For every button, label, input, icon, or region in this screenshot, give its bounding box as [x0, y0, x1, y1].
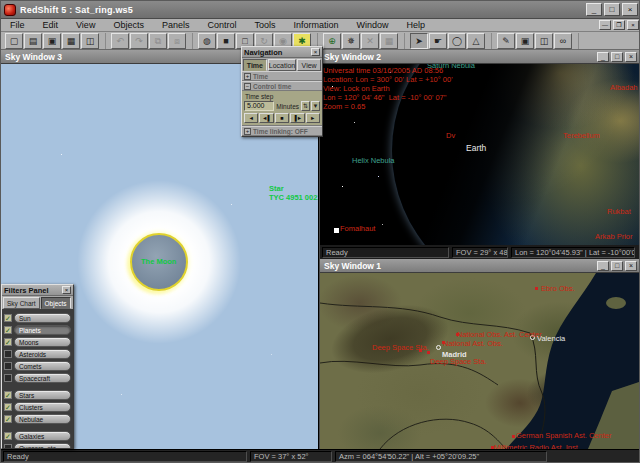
nebulae-filter-button[interactable]: Nebulae [14, 414, 71, 424]
maximize-button[interactable]: □ [604, 3, 620, 16]
sky-window-1-maximize-button[interactable]: □ [611, 261, 623, 271]
time-step-unit[interactable]: Minutes [275, 103, 300, 110]
charts-icon[interactable]: ▦ [380, 33, 398, 49]
menu-file[interactable]: File [1, 19, 34, 32]
menu-objects[interactable]: Objects [104, 19, 153, 32]
delete-object-icon[interactable]: ✕ [361, 33, 379, 49]
clusters-filter-button[interactable]: Clusters [14, 402, 71, 412]
collapse-control-time-icon[interactable]: − [244, 83, 251, 90]
earth-globe[interactable] [392, 64, 640, 245]
sky-window-1-minimize-button[interactable]: _ [597, 261, 609, 271]
planets-filter-button[interactable]: Planets [14, 325, 71, 335]
stars-filter-button[interactable]: Stars [14, 390, 71, 400]
zoom-tool-icon[interactable]: ◯ [448, 33, 466, 49]
menu-information[interactable]: Information [284, 19, 347, 32]
glasses-3d-icon[interactable]: ∞ [554, 33, 572, 49]
filters-panel-close-icon[interactable]: × [62, 286, 71, 294]
asteroids-filter-button[interactable]: Asteroids [14, 349, 71, 359]
stop-button[interactable]: ■ [275, 113, 289, 123]
select-arrow-icon[interactable]: ➤ [410, 33, 428, 49]
fov-cone-icon[interactable]: △ [467, 33, 485, 49]
planets-checkbox[interactable]: ✓ [4, 326, 12, 334]
time-step-unit-dropdown-icon[interactable]: ▼ [311, 101, 320, 111]
spacecraft-filter-button[interactable]: Spacecraft [14, 373, 71, 383]
dv-star-label[interactable]: Dv [446, 131, 455, 140]
deep-space-sta-1-label[interactable]: Deep Space Sta. [372, 343, 429, 352]
sky-window-2-view[interactable]: Saturn Nebula Universal time 03/16/2005 … [320, 64, 640, 245]
moons-checkbox[interactable]: ✓ [4, 338, 12, 346]
quasars-filter-button[interactable]: Quasars, etc. [14, 443, 71, 449]
menu-window[interactable]: Window [348, 19, 398, 32]
image-panel-icon[interactable]: ◫ [535, 33, 553, 49]
expand-time-linking-icon[interactable]: + [244, 128, 251, 135]
fomalhaut-label[interactable]: Fomalhaut [340, 224, 375, 233]
globe-view-icon[interactable]: ◍ [198, 33, 216, 49]
open-file-icon[interactable]: ▤ [24, 33, 42, 49]
clusters-checkbox[interactable]: ✓ [4, 403, 12, 411]
menu-edit[interactable]: Edit [34, 19, 68, 32]
mdi-minimize-button[interactable]: — [599, 20, 611, 30]
tab-sky-chart[interactable]: Sky Chart [3, 297, 40, 309]
menu-view[interactable]: View [67, 19, 104, 32]
sky-window-2-maximize-button[interactable]: □ [611, 52, 623, 62]
play-forward-button[interactable]: ► [306, 113, 320, 123]
spacecraft-checkbox[interactable] [4, 374, 12, 382]
control-time-section-header[interactable]: − Control time [242, 81, 322, 91]
undo-icon[interactable]: ↶ [111, 33, 129, 49]
madrid-marker[interactable] [436, 345, 441, 350]
redo-icon[interactable]: ↷ [130, 33, 148, 49]
earth-label[interactable]: Earth [466, 144, 486, 153]
deep-space-sta-2-label[interactable]: Deep Space Sta. [430, 357, 487, 366]
galaxies-checkbox[interactable]: ✓ [4, 432, 12, 440]
close-button[interactable]: × [622, 3, 638, 16]
find-object-icon[interactable]: ⊕ [323, 33, 341, 49]
star-label[interactable]: Star [269, 184, 284, 193]
mdi-restore-button[interactable]: ❐ [613, 20, 625, 30]
national-ast-obs-label[interactable]: National Ast. Obs. [443, 339, 503, 348]
minimize-button[interactable]: _ [586, 3, 602, 16]
star-catalog-label[interactable]: TYC 4951 00218 1 [269, 193, 318, 202]
time-step-spinner[interactable]: ⇅ [301, 101, 310, 111]
menu-help[interactable]: Help [398, 19, 435, 32]
info-panel-icon[interactable]: ▣ [516, 33, 534, 49]
nebulae-checkbox[interactable]: ✓ [4, 415, 12, 423]
expand-time-icon[interactable]: + [244, 73, 251, 80]
play-reverse-button[interactable]: ◄ [244, 113, 258, 123]
copy-icon[interactable]: ⧉ [149, 33, 167, 49]
moon-label[interactable]: The Moon [141, 257, 176, 266]
sky-window-2-close-button[interactable]: × [625, 52, 637, 62]
moons-filter-button[interactable]: Moons [14, 337, 71, 347]
sun-checkbox[interactable]: ✓ [4, 314, 12, 322]
comets-filter-button[interactable]: Comets [14, 361, 71, 371]
menu-control[interactable]: Control [198, 19, 245, 32]
menu-tools[interactable]: Tools [245, 19, 284, 32]
helix-nebula-label[interactable]: Helix Nebula [352, 156, 395, 165]
sky-window-2-titlebar[interactable]: Sky Window 2 _ □ × [320, 50, 640, 64]
tab-location[interactable]: Location [268, 59, 296, 71]
tab-objects[interactable]: Objects [41, 297, 71, 309]
app-logo-icon[interactable] [4, 4, 16, 16]
mdi-close-button[interactable]: × [627, 20, 639, 30]
sky-window-2-minimize-button[interactable]: _ [597, 52, 609, 62]
sky-window-1-close-button[interactable]: × [625, 261, 637, 271]
national-obs-ast-center-label[interactable]: National Obs. Ast. Center [457, 330, 542, 339]
sky-window-1-titlebar[interactable]: Sky Window 1 _ □ × [320, 259, 640, 273]
menu-panels[interactable]: Panels [153, 19, 199, 32]
time-linking-section-header[interactable]: + Time linking: OFF [242, 126, 322, 136]
pan-hand-icon[interactable]: ☛ [429, 33, 447, 49]
sky-window-1-view[interactable]: Ebro Obs. National Obs. Ast. Center Nati… [320, 273, 640, 449]
time-section-header[interactable]: + Time [242, 71, 322, 81]
asteroids-checkbox[interactable] [4, 350, 12, 358]
tab-time[interactable]: Time [243, 59, 267, 71]
albadah-label[interactable]: Albadah [610, 83, 638, 92]
paste-icon[interactable]: ⧈ [168, 33, 186, 49]
app-titlebar[interactable]: RedShift 5 : Sat_ring.ws5 _ □ × [1, 1, 640, 19]
pen-tool-icon[interactable]: ✎ [497, 33, 515, 49]
print-icon[interactable]: ▦ [62, 33, 80, 49]
valencia-label[interactable]: Valencia [537, 334, 565, 343]
dark-sky-view-icon[interactable]: ■ [217, 33, 235, 49]
step-back-button[interactable]: ◄▌ [259, 113, 273, 123]
filters-panel-titlebar[interactable]: Filters Panel × [2, 285, 73, 296]
time-step-value-field[interactable]: 5.000 [244, 101, 274, 111]
quasars-checkbox[interactable] [4, 444, 12, 449]
